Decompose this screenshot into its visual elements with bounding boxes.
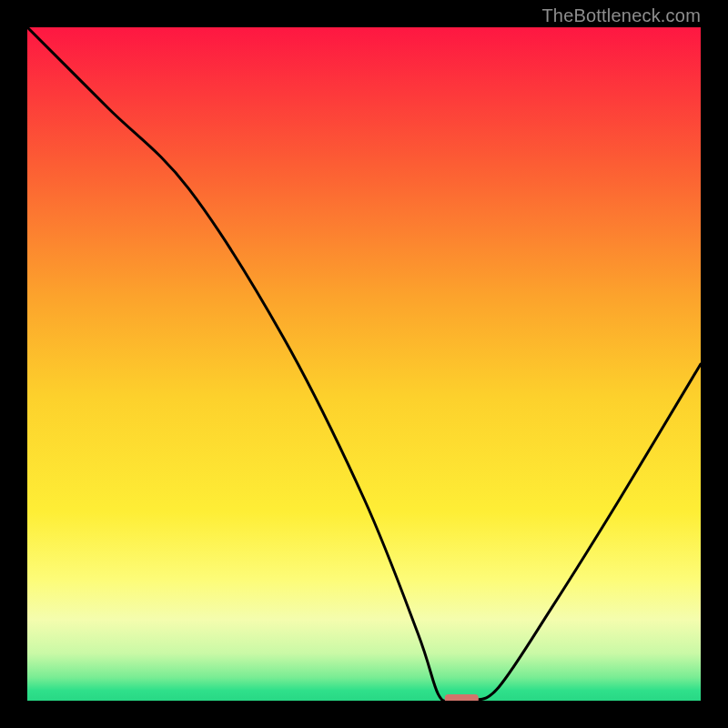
optimal-marker: [445, 694, 479, 701]
bottleneck-curve: [27, 27, 701, 701]
plot-area: [27, 27, 701, 701]
watermark-text: TheBottleneck.com: [541, 5, 701, 26]
curve-layer: [27, 27, 701, 701]
chart-frame: TheBottleneck.com: [0, 0, 728, 728]
